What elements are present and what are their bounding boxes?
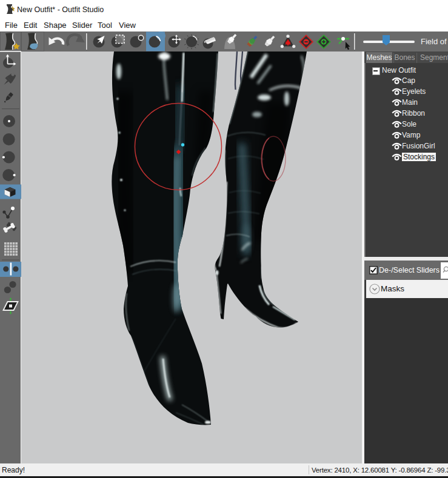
- svg-text:Field of Vi: Field of Vi: [421, 37, 448, 46]
